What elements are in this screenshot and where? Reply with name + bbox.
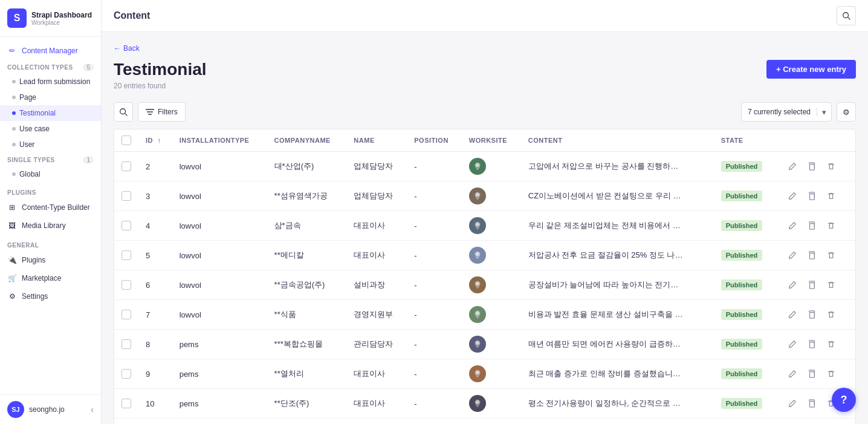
duplicate-button[interactable]	[803, 188, 820, 204]
sidebar-item-content-manager[interactable]: ✏ Content Manager	[0, 42, 101, 60]
edit-button[interactable]	[784, 276, 801, 293]
delete-button[interactable]	[823, 336, 840, 353]
delete-button[interactable]	[823, 306, 840, 323]
sidebar-item-use-case[interactable]: Use case	[0, 121, 101, 137]
sidebar-item-label: Use case	[19, 125, 50, 133]
toolbar-right: 7 currently selected ▾ ⚙	[741, 102, 856, 122]
row-position-cell: -	[407, 241, 461, 270]
content-preview: 공장설비가 늘어남에 따라 높아지는 전기사용...	[528, 279, 685, 290]
sidebar-item-content-type-builder[interactable]: ⊞ Content-Type Builder	[0, 198, 101, 217]
edit-button[interactable]	[784, 395, 801, 412]
companyname-column-header[interactable]: COMPANYNAME	[267, 129, 347, 152]
header-search-button[interactable]	[837, 6, 856, 25]
row-checkbox[interactable]	[121, 250, 131, 260]
collapse-sidebar-button[interactable]: ‹	[91, 405, 94, 414]
sidebar-item-marketplace[interactable]: 🛒 Marketplace	[0, 269, 101, 287]
sidebar-item-page[interactable]: Page	[0, 90, 101, 105]
row-checkbox[interactable]	[121, 161, 131, 171]
row-state-cell: Published	[714, 241, 777, 270]
svg-rect-20	[809, 342, 814, 348]
table-row: 3 lowvol **섬유염색가공 업체담당자 - CZ이노베이션에서 받은 컨…	[114, 181, 855, 211]
duplicate-button[interactable]	[803, 217, 820, 234]
position-column-header[interactable]: POSITION	[407, 129, 461, 152]
row-checkbox[interactable]	[121, 280, 131, 290]
edit-button[interactable]	[784, 217, 801, 234]
user-info: SJ seongho.jo	[7, 401, 65, 418]
name-column-header[interactable]: NAME	[346, 129, 407, 152]
row-name-cell: 업체담당자	[346, 152, 407, 181]
row-checkbox[interactable]	[121, 369, 131, 379]
delete-button[interactable]	[823, 158, 840, 175]
delete-button[interactable]	[823, 365, 840, 382]
copy-icon	[808, 192, 816, 200]
id-column-header[interactable]: ID ↑	[138, 129, 172, 152]
edit-icon: ✏	[7, 46, 17, 56]
delete-button[interactable]	[823, 276, 840, 293]
edit-button[interactable]	[784, 158, 801, 175]
worksite-avatar	[469, 336, 486, 353]
edit-button[interactable]	[784, 365, 801, 382]
row-actions-cell	[777, 211, 855, 241]
edit-button[interactable]	[784, 306, 801, 323]
table-row: 8 pems ***복합쇼핑몰 관리담당자 - 매년 여름만 되면 에어컨 사용…	[114, 330, 855, 359]
filters-button[interactable]: Filters	[138, 102, 186, 122]
delete-button[interactable]	[823, 188, 840, 204]
row-id-cell: 4	[138, 211, 172, 241]
edit-button[interactable]	[784, 188, 801, 204]
duplicate-button[interactable]	[803, 306, 820, 323]
sidebar-item-lead-form-submission[interactable]: Lead form submission	[0, 74, 101, 90]
duplicate-button[interactable]	[803, 247, 820, 264]
content-column-header[interactable]: CONTENT	[521, 129, 714, 152]
row-actions-cell	[777, 300, 855, 330]
username: seongho.jo	[29, 405, 65, 414]
sidebar-item-plugins[interactable]: 🔌 Plugins	[0, 251, 101, 269]
row-installationtype-cell: pems	[172, 330, 267, 359]
row-actions-cell	[777, 270, 855, 300]
row-action-buttons	[784, 217, 848, 234]
table-row: 10 pems **단조(주) 대표이사 - 평소 전기사용량이 일정하나, 순…	[114, 389, 855, 419]
duplicate-button[interactable]	[803, 336, 820, 353]
duplicate-button[interactable]	[803, 276, 820, 293]
select-all-header	[114, 129, 138, 152]
sidebar-item-media-library[interactable]: 🖼 Media Library	[0, 217, 101, 235]
collection-types-count: 5	[83, 64, 94, 71]
edit-button[interactable]	[784, 247, 801, 264]
duplicate-button[interactable]	[803, 158, 820, 175]
svg-rect-18	[809, 313, 814, 319]
row-checkbox[interactable]	[121, 191, 131, 201]
create-new-entry-button[interactable]: + Create new entry	[766, 60, 856, 79]
row-worksite-cell	[462, 181, 521, 211]
row-installationtype-cell: pems	[172, 419, 267, 425]
duplicate-button[interactable]	[803, 365, 820, 382]
search-icon	[842, 11, 850, 20]
row-checkbox-cell	[114, 389, 138, 419]
row-checkbox[interactable]	[121, 399, 131, 408]
sidebar-item-global[interactable]: Global	[0, 166, 101, 182]
dot-icon	[12, 143, 16, 146]
worksite-column-header[interactable]: WORKSITE	[462, 129, 521, 152]
sidebar-item-label: Content-Type Builder	[22, 203, 90, 212]
back-link[interactable]: ← Back	[114, 44, 856, 53]
edit-button[interactable]	[784, 336, 801, 353]
table-row: 2 lowvol 대*산업(주) 업체담당자 - 고압에서 저압으로 바꾸는 공…	[114, 152, 855, 181]
delete-button[interactable]	[823, 217, 840, 234]
state-column-header[interactable]: STATE	[714, 129, 777, 152]
row-checkbox[interactable]	[121, 221, 131, 230]
settings-button[interactable]: ⚙	[837, 102, 856, 122]
row-checkbox[interactable]	[121, 339, 131, 349]
duplicate-button[interactable]	[803, 395, 820, 412]
delete-button[interactable]	[823, 247, 840, 264]
row-checkbox[interactable]	[121, 310, 131, 319]
sidebar-item-testimonial[interactable]: Testimonial	[0, 105, 101, 121]
help-button[interactable]: ?	[832, 388, 856, 412]
trash-icon	[827, 310, 835, 319]
search-button[interactable]	[114, 102, 133, 122]
worksite-avatar	[469, 395, 486, 412]
chevron-down-icon[interactable]: ▾	[817, 108, 831, 117]
sidebar-item-settings[interactable]: ⚙ Settings	[0, 287, 101, 305]
gear-icon: ⚙	[7, 292, 17, 301]
select-all-checkbox[interactable]	[121, 135, 131, 145]
columns-selector[interactable]: 7 currently selected ▾	[741, 102, 832, 122]
installationtype-column-header[interactable]: INSTALLATIONTYPE	[172, 129, 267, 152]
sidebar-item-user[interactable]: User	[0, 137, 101, 152]
